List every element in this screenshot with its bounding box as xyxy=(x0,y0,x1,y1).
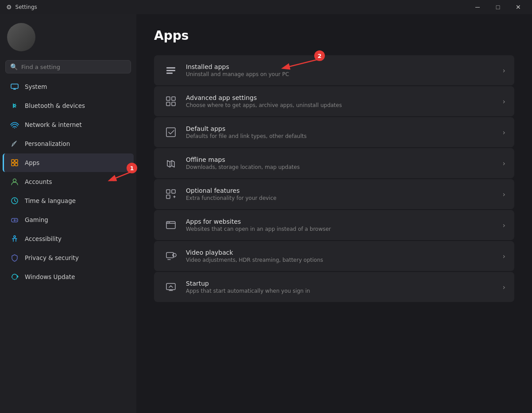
svg-rect-6 xyxy=(12,163,14,166)
svg-rect-19 xyxy=(172,102,175,106)
accounts-icon xyxy=(10,177,19,187)
settings-item-startup[interactable]: Startup Apps that start automatically wh… xyxy=(154,272,514,302)
startup-icon xyxy=(163,279,179,295)
bluetooth-icon xyxy=(10,101,19,111)
svg-rect-20 xyxy=(166,128,175,137)
video-playback-desc: Video adjustments, HDR streaming, batter… xyxy=(186,257,496,263)
installed-apps-icon xyxy=(163,62,179,78)
minimize-button[interactable]: ─ xyxy=(467,0,488,14)
sidebar-item-label: Accessibility xyxy=(25,235,62,242)
video-playback-title: Video playback xyxy=(186,249,496,256)
apps-websites-chevron: › xyxy=(503,221,505,229)
sidebar-item-label: System xyxy=(25,83,47,90)
svg-rect-4 xyxy=(12,160,14,162)
offline-maps-chevron: › xyxy=(503,159,505,168)
settings-item-offline-maps[interactable]: Offline maps Downloads, storage location… xyxy=(154,148,514,178)
privacy-icon xyxy=(10,253,19,263)
sidebar-item-label: Gaming xyxy=(25,216,48,223)
optional-features-text: Optional features Extra functionality fo… xyxy=(186,187,496,201)
offline-maps-title: Offline maps xyxy=(186,156,496,163)
settings-item-apps-websites[interactable]: Apps for websites Websites that can open… xyxy=(154,210,514,240)
svg-point-8 xyxy=(13,179,16,182)
sidebar-item-label: Accounts xyxy=(25,178,52,185)
apps-icon xyxy=(10,158,19,168)
optional-features-title: Optional features xyxy=(186,187,496,194)
svg-rect-29 xyxy=(166,283,175,290)
sidebar-item-time[interactable]: Time & language xyxy=(3,191,134,210)
search-box[interactable]: 🔍 xyxy=(5,60,131,73)
optional-features-icon xyxy=(163,186,179,202)
svg-rect-23 xyxy=(166,195,170,199)
sidebar-item-label: Bluetooth & devices xyxy=(25,102,85,109)
video-playback-text: Video playback Video adjustments, HDR st… xyxy=(186,249,496,263)
offline-maps-text: Offline maps Downloads, storage location… xyxy=(186,156,496,170)
sidebar-item-label: Time & language xyxy=(25,197,76,204)
sidebar-item-bluetooth[interactable]: Bluetooth & devices xyxy=(3,96,134,115)
app-container: 🔍 System Bluetooth & devices xyxy=(0,14,532,413)
sidebar-item-accounts[interactable]: Accounts xyxy=(3,172,134,191)
sidebar-item-label: Privacy & security xyxy=(25,254,79,261)
network-icon xyxy=(10,120,19,130)
settings-item-default-apps[interactable]: Default apps Defaults for file and link … xyxy=(154,117,514,147)
svg-rect-0 xyxy=(11,84,18,88)
update-icon xyxy=(10,272,19,282)
sidebar-item-system[interactable]: System xyxy=(3,77,134,96)
svg-rect-16 xyxy=(166,97,170,100)
svg-point-26 xyxy=(169,222,170,223)
startup-title: Startup xyxy=(186,280,496,287)
svg-rect-18 xyxy=(166,102,170,106)
sidebar-nav: System Bluetooth & devices Network & int… xyxy=(0,77,136,287)
offline-maps-icon xyxy=(163,155,179,171)
svg-rect-17 xyxy=(172,97,175,100)
search-icon: 🔍 xyxy=(10,63,18,70)
settings-list: Installed apps Uninstall and manage apps… xyxy=(154,55,514,302)
advanced-desc: Choose where to get apps, archive apps, … xyxy=(186,102,496,108)
time-icon xyxy=(10,196,19,206)
svg-rect-22 xyxy=(172,190,175,193)
apps-websites-icon xyxy=(163,217,179,233)
sidebar-item-accessibility[interactable]: Accessibility xyxy=(3,229,134,248)
sidebar-item-network[interactable]: Network & internet xyxy=(3,115,134,134)
default-apps-desc: Defaults for file and link types, other … xyxy=(186,133,496,139)
settings-item-advanced[interactable]: Advanced app settings Choose where to ge… xyxy=(154,86,514,116)
system-icon xyxy=(10,82,19,92)
sidebar-item-personalization[interactable]: Personalization xyxy=(3,134,134,153)
sidebar-item-update[interactable]: Windows Update xyxy=(3,268,134,286)
search-input[interactable] xyxy=(21,64,126,70)
video-playback-icon xyxy=(163,248,179,264)
svg-rect-7 xyxy=(15,163,18,166)
svg-point-25 xyxy=(168,222,169,223)
svg-point-3 xyxy=(14,128,15,129)
sidebar-item-label: Windows Update xyxy=(25,273,75,280)
close-button[interactable]: ✕ xyxy=(508,0,528,14)
svg-rect-21 xyxy=(166,190,170,193)
svg-rect-15 xyxy=(166,73,173,74)
apps-websites-text: Apps for websites Websites that can open… xyxy=(186,218,496,232)
settings-item-installed-apps[interactable]: Installed apps Uninstall and manage apps… xyxy=(154,55,514,85)
installed-apps-title: Installed apps xyxy=(186,63,496,70)
advanced-title: Advanced app settings xyxy=(186,94,496,101)
personalization-icon xyxy=(10,139,19,149)
startup-desc: Apps that start automatically when you s… xyxy=(186,288,496,294)
offline-maps-desc: Downloads, storage location, map updates xyxy=(186,164,496,170)
app-title: Settings xyxy=(15,4,37,10)
sidebar-item-gaming[interactable]: Gaming xyxy=(3,210,134,229)
apps-websites-desc: Websites that can open in an app instead… xyxy=(186,226,496,232)
advanced-icon xyxy=(163,93,179,109)
sidebar-item-label: Personalization xyxy=(25,140,70,147)
titlebar-controls: ─ □ ✕ xyxy=(467,0,528,14)
advanced-chevron: › xyxy=(503,97,505,106)
apps-websites-title: Apps for websites xyxy=(186,218,496,225)
svg-point-12 xyxy=(14,236,15,237)
settings-item-video-playback[interactable]: Video playback Video adjustments, HDR st… xyxy=(154,241,514,271)
content-area: Apps Installed apps Uninstall and manage… xyxy=(136,14,532,413)
accessibility-icon xyxy=(10,234,19,244)
sidebar-item-apps[interactable]: Apps xyxy=(3,153,134,172)
advanced-text: Advanced app settings Choose where to ge… xyxy=(186,94,496,108)
settings-item-optional-features[interactable]: Optional features Extra functionality fo… xyxy=(154,179,514,209)
page-title: Apps xyxy=(154,28,514,43)
sidebar-item-privacy[interactable]: Privacy & security xyxy=(3,249,134,267)
svg-point-28 xyxy=(173,253,176,257)
maximize-button[interactable]: □ xyxy=(488,0,508,14)
svg-rect-14 xyxy=(166,70,175,71)
